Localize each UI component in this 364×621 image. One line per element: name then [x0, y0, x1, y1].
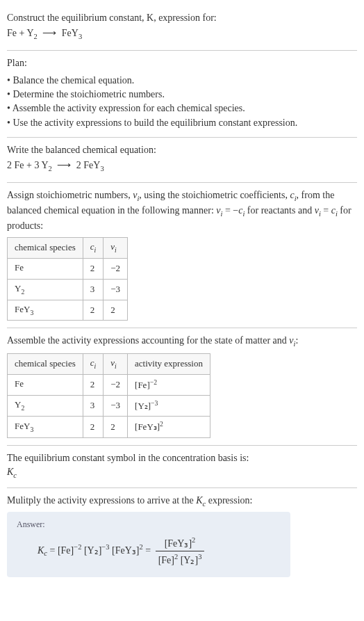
plan-item: Use the activity expressions to build th… [7, 116, 357, 130]
cell-ci: 2 [83, 375, 104, 396]
activity-section: Assemble the activity expressions accoun… [7, 328, 357, 445]
coeff: 2 [7, 160, 12, 170]
symbol-section: The equilibrium constant symbol in the c… [7, 446, 357, 488]
coeff: 2 [76, 160, 81, 170]
table-header-row: chemical species ci νi activity expressi… [8, 354, 210, 375]
cell-species: FeY3 [8, 300, 83, 321]
intro-line1: Construct the equilibrium constant, K, e… [7, 11, 357, 25]
plan-list: Balance the chemical equation. Determine… [7, 74, 357, 130]
cell-activity: [FeY₃]2 [128, 417, 210, 437]
symbol-kc: Kc [7, 465, 357, 481]
cell-ci: 2 [83, 259, 104, 280]
cell-species: FeY3 [8, 417, 83, 437]
table-header-row: chemical species ci νi [8, 238, 128, 259]
balanced-section: Write the balanced chemical equation: 2 … [7, 138, 357, 183]
col-nui: νi [104, 238, 128, 259]
answer-label: Answer: [17, 519, 281, 531]
multiply-text: Mulitply the activity expressions to arr… [7, 494, 357, 509]
plan-heading: Plan: [7, 56, 357, 70]
species-fe: Fe [15, 160, 24, 170]
answer-section: Mulitply the activity expressions to arr… [7, 488, 357, 584]
species-fey3: FeY3 [83, 160, 104, 170]
species-fe: Fe [7, 28, 17, 38]
activity-text: Assemble the activity expressions accoun… [7, 334, 357, 349]
table-row: FeY3 2 2 [FeY₃]2 [8, 417, 210, 437]
balanced-heading: Write the balanced chemical equation: [7, 143, 357, 157]
cell-nui: −3 [104, 396, 128, 417]
species-fey3: FeY3 [62, 28, 82, 38]
answer-box: Answer: Kc = [Fe]−2 [Y₂]−3 [FeY₃]2 = [Fe… [7, 512, 290, 577]
assign-text: Assign stoichiometric numbers, νi, using… [7, 188, 357, 233]
cell-nui: 2 [104, 417, 128, 437]
cell-species: Y2 [8, 279, 83, 300]
plan-item: Assemble the activity expression for eac… [7, 102, 357, 115]
plan-section: Plan: Balance the chemical equation. Det… [7, 51, 357, 137]
species-y2: Y2 [41, 160, 51, 170]
cell-nui: −3 [104, 279, 128, 300]
col-species: chemical species [8, 354, 83, 375]
plus: + [26, 160, 32, 170]
assign-section: Assign stoichiometric numbers, νi, using… [7, 183, 357, 328]
cell-species: Fe [8, 259, 83, 280]
cell-species: Fe [8, 375, 83, 396]
balanced-equation: 2 Fe + 3 Y2 ⟶ 2 FeY3 [7, 159, 357, 174]
plan-item: Determine the stoichiometric numbers. [7, 88, 357, 102]
cell-nui: −2 [104, 375, 128, 396]
fraction: [FeY₃]2[Fe]2 [Y₂]3 [154, 535, 207, 567]
cell-activity: [Fe]−2 [128, 375, 210, 396]
cell-ci: 2 [83, 300, 104, 321]
cell-activity: [Y₂]−3 [128, 396, 210, 417]
coeff: 3 [34, 160, 39, 170]
species-y2: Y2 [26, 28, 37, 38]
cell-ci: 3 [83, 279, 104, 300]
cell-nui: 2 [104, 300, 128, 321]
plus: + [19, 28, 25, 38]
col-species: chemical species [8, 238, 83, 259]
table-row: Y2 3 −3 [Y₂]−3 [8, 396, 210, 417]
intro-section: Construct the equilibrium constant, K, e… [7, 6, 357, 51]
cell-ci: 2 [83, 417, 104, 437]
stoich-table: chemical species ci νi Fe 2 −2 Y2 3 −3 F… [7, 237, 128, 321]
symbol-text: The equilibrium constant symbol in the c… [7, 451, 357, 465]
col-ci: ci [83, 354, 104, 375]
unbalanced-equation: Fe + Y2 ⟶ FeY3 [7, 26, 357, 42]
table-row: Y2 3 −3 [8, 279, 128, 300]
cell-nui: −2 [104, 259, 128, 280]
plan-item: Balance the chemical equation. [7, 74, 357, 88]
cell-species: Y2 [8, 396, 83, 417]
arrow-icon: ⟶ [54, 160, 74, 170]
table-row: Fe 2 −2 [8, 259, 128, 280]
col-ci: ci [83, 238, 104, 259]
col-nui: νi [104, 354, 128, 375]
arrow-icon: ⟶ [40, 28, 59, 38]
table-row: Fe 2 −2 [Fe]−2 [8, 375, 210, 396]
answer-expression: Kc = [Fe]−2 [Y₂]−3 [FeY₃]2 = [FeY₃]2[Fe]… [17, 535, 281, 567]
cell-ci: 3 [83, 396, 104, 417]
table-row: FeY3 2 2 [8, 300, 128, 321]
col-activity: activity expression [128, 354, 210, 375]
activity-table: chemical species ci νi activity expressi… [7, 353, 210, 437]
